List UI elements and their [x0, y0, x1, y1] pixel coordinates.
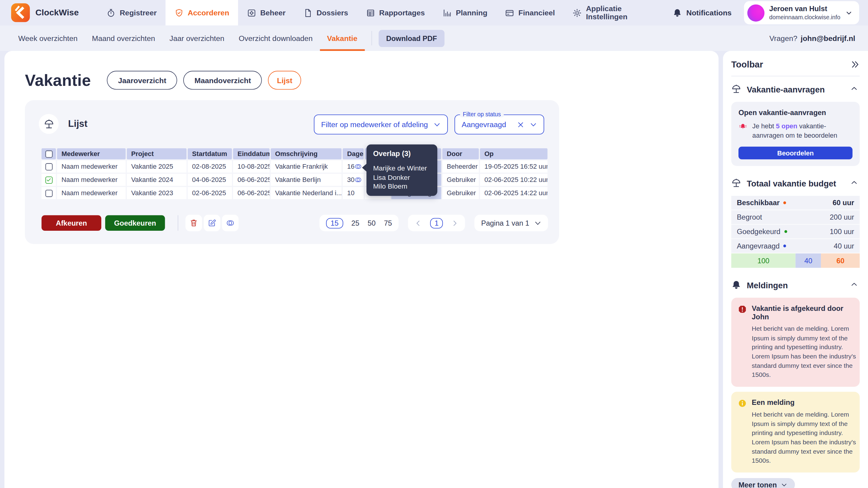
view-pill-maandoverzicht[interactable]: Maandoverzicht	[184, 71, 262, 90]
row-checkbox[interactable]	[45, 163, 53, 170]
help-email[interactable]: john@bedrijf.nl	[801, 34, 855, 42]
dagen-value: 16	[347, 163, 355, 170]
header-op[interactable]: Op	[480, 148, 547, 159]
view-pill-lijst[interactable]: Lijst	[268, 71, 301, 90]
nav-item-label: Accorderen	[188, 8, 229, 17]
orange-dot	[784, 201, 786, 204]
open-aanvragen-title: Open vakantie-aanvragen	[738, 108, 852, 117]
filter-medewerker-dropdown[interactable]: Filter op medewerker of afdeling	[314, 115, 448, 134]
divider	[371, 31, 372, 45]
page-title: Vakantie	[25, 71, 91, 90]
overlap-icon[interactable]	[354, 163, 362, 170]
budget-bar-requested: 40	[795, 253, 821, 268]
edit-button[interactable]	[204, 215, 220, 231]
nav-item-planning[interactable]: Planning	[434, 0, 496, 25]
notification-content: Vakantie is afgekeurd door John Het beri…	[752, 304, 861, 380]
list-card: Lijst Filter op medewerker of afdeling F…	[25, 100, 559, 244]
tooltip-name: Lisa Donker	[373, 173, 431, 182]
beoordelen-button[interactable]: Beoordelen	[738, 147, 852, 159]
next-page-icon[interactable]	[451, 219, 458, 227]
tab-label: Jaar overzichten	[169, 34, 224, 42]
show-more-button[interactable]: Meer tonen	[731, 478, 795, 488]
budget-bar-available: 60	[821, 253, 860, 268]
user-name: Jeroen van Hulst	[769, 4, 840, 13]
cell-startdatum: 02-08-2025	[188, 161, 232, 173]
chevron-up-icon[interactable]	[850, 280, 860, 290]
header-startdatum[interactable]: Startdatum	[188, 148, 232, 159]
cell-project: Vakantie 2024	[127, 174, 187, 186]
section-budget[interactable]: Totaal vakantie budget	[731, 170, 860, 196]
view-pill-jaaroverzicht[interactable]: Jaaroverzicht	[107, 71, 177, 90]
nav-item-dossiers[interactable]: Dossiers	[294, 0, 357, 25]
cell-dagen: 16	[343, 161, 364, 173]
table-row[interactable]: Naam medewerker Vakantie 2024 04-06-2025…	[41, 174, 548, 186]
nav-item-registreer[interactable]: Registreer	[98, 0, 166, 25]
brand-name: ClockWise	[36, 8, 79, 18]
nav-item-label: Rapportages	[379, 8, 425, 17]
table-row[interactable]: Naam medewerker Vakantie 2025 02-08-2025…	[41, 161, 548, 173]
blue-dot	[784, 245, 786, 247]
user-menu[interactable]: Jeroen van Hulst domeinnaam.clockwise.in…	[744, 1, 859, 24]
brand[interactable]: ClockWise	[0, 3, 79, 22]
main-menu: Registreer Accorderen Beheer Dossiers Ra…	[98, 0, 673, 25]
tab-vakantie[interactable]: Vakantie	[320, 25, 364, 51]
collapse-sidebar-icon[interactable]	[850, 60, 860, 69]
bell-icon	[673, 8, 682, 18]
row-checkbox[interactable]	[45, 190, 53, 197]
nav-item-applicatie-instellingen[interactable]: Applicatie Instellingen	[564, 0, 673, 25]
nav-item-financieel[interactable]: Financieel	[496, 0, 564, 25]
cell-startdatum: 04-06-2025	[188, 174, 232, 186]
delete-button[interactable]	[185, 215, 202, 231]
page-size-15[interactable]: 15	[326, 218, 343, 228]
alert-bell-icon	[738, 122, 747, 131]
header-project[interactable]: Project	[127, 148, 187, 159]
cell-startdatum: 02-06-2025	[188, 187, 232, 199]
current-page[interactable]: 1	[430, 218, 443, 228]
page-indicator-dropdown[interactable]: Pagina 1 van 1	[475, 215, 548, 231]
chevron-down-icon	[781, 481, 788, 488]
header-door[interactable]: Door	[442, 148, 479, 159]
tab-jaar-overzichten[interactable]: Jaar overzichten	[162, 25, 231, 51]
nav-item-accorderen[interactable]: Accorderen	[165, 0, 238, 25]
filter-status-dropdown[interactable]: Filter op status Aangevraagd	[455, 115, 544, 134]
section-meldingen[interactable]: Meldingen	[731, 272, 860, 298]
header-omschrijving[interactable]: Omschrijving	[271, 148, 341, 159]
page-size-50[interactable]: 50	[368, 219, 376, 227]
tooltip-name: Milo Bloem	[373, 182, 431, 191]
nav-item-rapportages[interactable]: Rapportages	[357, 0, 434, 25]
nav-item-beheer[interactable]: Beheer	[238, 0, 294, 25]
prev-page-icon[interactable]	[415, 219, 422, 227]
page-indicator-label: Pagina 1 van 1	[481, 219, 529, 227]
filter-status-label: Filter op status	[460, 110, 504, 117]
row-checkbox[interactable]	[45, 176, 53, 184]
clear-filter-icon[interactable]	[517, 121, 524, 128]
table-row[interactable]: Naam medewerker Vakantie 2023 02-06-2025…	[41, 187, 548, 199]
cell-project: Vakantie 2025	[127, 161, 187, 173]
cell-einddatum: 10-08-2025	[233, 161, 270, 173]
checkbox-cell	[41, 187, 56, 199]
reject-button[interactable]: Afkeuren	[41, 215, 101, 230]
toolbar-header: Toolbar	[731, 51, 860, 76]
tab-maand-overzichten[interactable]: Maand overzichten	[85, 25, 162, 51]
tab-overzicht-downloaden[interactable]: Overzicht downloaden	[231, 25, 320, 51]
notifications-button[interactable]: Notifications	[673, 8, 732, 18]
page-size-selector: 15 25 50 75	[319, 215, 398, 231]
chevron-up-icon[interactable]	[850, 84, 860, 94]
help-area: Vragen? john@bedrijf.nl	[770, 34, 868, 42]
header-medewerker[interactable]: Medewerker	[57, 148, 126, 159]
page-size-75[interactable]: 75	[384, 219, 392, 227]
overlap-icon[interactable]	[354, 176, 362, 184]
page-size-25[interactable]: 25	[351, 219, 360, 227]
notification-card-info: Een melding Het bericht van de melding. …	[731, 392, 860, 473]
download-pdf-button[interactable]: Download PDF	[378, 30, 445, 47]
select-all-checkbox[interactable]	[45, 150, 53, 158]
tab-week-overzichten[interactable]: Week overzichten	[11, 25, 85, 51]
header-einddatum[interactable]: Einddatum	[233, 148, 270, 159]
overlap-button[interactable]	[222, 215, 239, 231]
approve-button[interactable]: Goedkeuren	[105, 215, 165, 230]
section-vakantie-aanvragen[interactable]: Vakantie-aanvragen	[731, 76, 860, 101]
title-row: Vakantie Jaaroverzicht Maandoverzicht Li…	[4, 51, 718, 90]
header-dagen[interactable]: Dagen	[343, 148, 364, 159]
checkbox-cell	[41, 161, 56, 173]
chevron-up-icon[interactable]	[850, 178, 860, 188]
